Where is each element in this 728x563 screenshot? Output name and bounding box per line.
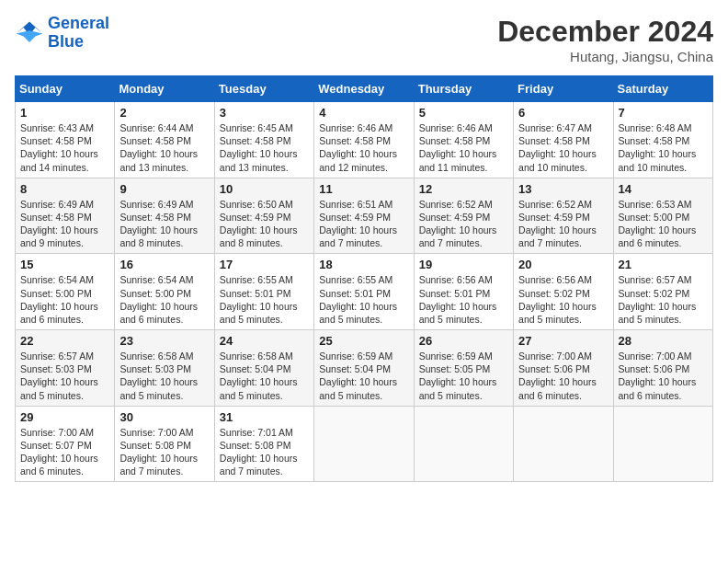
calendar-cell: 16Sunrise: 6:54 AM Sunset: 5:00 PM Dayli… <box>115 254 214 330</box>
day-number: 14 <box>619 182 708 196</box>
day-info: Sunrise: 6:49 AM Sunset: 4:58 PM Dayligh… <box>20 198 109 250</box>
weekday-header-thursday: Thursday <box>414 76 513 102</box>
day-number: 20 <box>518 258 608 271</box>
calendar-cell: 17Sunrise: 6:55 AM Sunset: 5:01 PM Dayli… <box>214 254 313 330</box>
day-info: Sunrise: 6:44 AM Sunset: 4:58 PM Dayligh… <box>119 121 209 174</box>
weekday-header-monday: Monday <box>115 76 214 102</box>
calendar-table: SundayMondayTuesdayWednesdayThursdayFrid… <box>15 75 713 482</box>
day-number: 23 <box>119 334 209 348</box>
day-info: Sunrise: 6:48 AM Sunset: 4:58 PM Dayligh… <box>619 121 708 174</box>
day-number: 19 <box>419 258 508 271</box>
calendar-cell: 2Sunrise: 6:44 AM Sunset: 4:58 PM Daylig… <box>115 102 214 178</box>
calendar-week-4: 22Sunrise: 6:57 AM Sunset: 5:03 PM Dayli… <box>16 330 713 407</box>
calendar-cell: 28Sunrise: 7:00 AM Sunset: 5:06 PM Dayli… <box>613 330 712 407</box>
day-info: Sunrise: 6:50 AM Sunset: 4:59 PM Dayligh… <box>220 198 309 250</box>
month-year: December 2024 <box>497 15 713 49</box>
calendar-cell: 4Sunrise: 6:46 AM Sunset: 4:58 PM Daylig… <box>314 102 414 178</box>
calendar-cell <box>613 406 712 482</box>
calendar-cell: 20Sunrise: 6:56 AM Sunset: 5:02 PM Dayli… <box>514 254 613 330</box>
calendar-cell: 31Sunrise: 7:01 AM Sunset: 5:08 PM Dayli… <box>214 406 313 482</box>
day-number: 15 <box>20 258 109 271</box>
calendar-cell: 3Sunrise: 6:45 AM Sunset: 4:58 PM Daylig… <box>214 102 313 178</box>
day-number: 29 <box>20 410 109 424</box>
day-number: 21 <box>619 258 708 271</box>
day-number: 27 <box>518 334 608 348</box>
calendar-cell: 18Sunrise: 6:55 AM Sunset: 5:01 PM Dayli… <box>314 254 414 330</box>
day-number: 5 <box>419 106 508 120</box>
calendar-cell: 30Sunrise: 7:00 AM Sunset: 5:08 PM Dayli… <box>115 406 214 482</box>
calendar-cell: 23Sunrise: 6:58 AM Sunset: 5:03 PM Dayli… <box>115 330 214 407</box>
calendar-cell: 15Sunrise: 6:54 AM Sunset: 5:00 PM Dayli… <box>16 254 115 330</box>
day-number: 6 <box>518 106 608 120</box>
weekday-header-row: SundayMondayTuesdayWednesdayThursdayFrid… <box>16 76 713 102</box>
day-number: 10 <box>220 182 309 196</box>
day-number: 11 <box>319 182 408 196</box>
day-number: 3 <box>220 106 309 120</box>
day-info: Sunrise: 7:01 AM Sunset: 5:08 PM Dayligh… <box>220 426 309 478</box>
title-block: December 2024 Hutang, Jiangsu, China <box>497 15 713 64</box>
calendar-week-5: 29Sunrise: 7:00 AM Sunset: 5:07 PM Dayli… <box>16 406 713 482</box>
day-info: Sunrise: 6:53 AM Sunset: 5:00 PM Dayligh… <box>619 198 708 250</box>
calendar-cell: 5Sunrise: 6:46 AM Sunset: 4:58 PM Daylig… <box>414 102 513 178</box>
day-number: 17 <box>220 258 309 271</box>
day-info: Sunrise: 6:59 AM Sunset: 5:05 PM Dayligh… <box>419 350 508 402</box>
day-info: Sunrise: 6:58 AM Sunset: 5:03 PM Dayligh… <box>119 350 209 402</box>
day-number: 18 <box>319 258 408 271</box>
day-info: Sunrise: 7:00 AM Sunset: 5:08 PM Dayligh… <box>119 426 209 478</box>
day-number: 1 <box>20 106 109 120</box>
calendar-cell <box>514 406 613 482</box>
day-info: Sunrise: 7:00 AM Sunset: 5:06 PM Dayligh… <box>518 350 608 402</box>
day-info: Sunrise: 6:55 AM Sunset: 5:01 PM Dayligh… <box>220 273 309 326</box>
day-number: 4 <box>319 106 408 120</box>
calendar-week-3: 15Sunrise: 6:54 AM Sunset: 5:00 PM Dayli… <box>16 254 713 330</box>
calendar-week-2: 8Sunrise: 6:49 AM Sunset: 4:58 PM Daylig… <box>16 178 713 254</box>
day-info: Sunrise: 6:58 AM Sunset: 5:04 PM Dayligh… <box>220 350 309 402</box>
day-info: Sunrise: 6:54 AM Sunset: 5:00 PM Dayligh… <box>119 273 209 326</box>
day-info: Sunrise: 6:51 AM Sunset: 4:59 PM Dayligh… <box>319 198 408 250</box>
weekday-header-wednesday: Wednesday <box>314 76 414 102</box>
calendar-cell: 9Sunrise: 6:49 AM Sunset: 4:58 PM Daylig… <box>115 178 214 254</box>
day-number: 26 <box>419 334 508 348</box>
calendar-cell: 26Sunrise: 6:59 AM Sunset: 5:05 PM Dayli… <box>414 330 513 407</box>
day-info: Sunrise: 6:49 AM Sunset: 4:58 PM Dayligh… <box>119 198 209 250</box>
day-number: 13 <box>518 182 608 196</box>
day-number: 9 <box>119 182 209 196</box>
calendar-cell: 14Sunrise: 6:53 AM Sunset: 5:00 PM Dayli… <box>613 178 712 254</box>
calendar-week-1: 1Sunrise: 6:43 AM Sunset: 4:58 PM Daylig… <box>16 102 713 178</box>
day-number: 7 <box>619 106 708 120</box>
calendar-cell: 29Sunrise: 7:00 AM Sunset: 5:07 PM Dayli… <box>16 406 115 482</box>
day-info: Sunrise: 7:00 AM Sunset: 5:06 PM Dayligh… <box>619 350 708 402</box>
day-info: Sunrise: 6:45 AM Sunset: 4:58 PM Dayligh… <box>220 121 309 174</box>
svg-marker-1 <box>17 30 43 42</box>
logo: General Blue <box>15 15 109 52</box>
day-info: Sunrise: 6:57 AM Sunset: 5:03 PM Dayligh… <box>20 350 109 402</box>
day-info: Sunrise: 6:52 AM Sunset: 4:59 PM Dayligh… <box>518 198 608 250</box>
calendar-cell: 27Sunrise: 7:00 AM Sunset: 5:06 PM Dayli… <box>514 330 613 407</box>
day-info: Sunrise: 6:55 AM Sunset: 5:01 PM Dayligh… <box>319 273 408 326</box>
calendar-cell: 12Sunrise: 6:52 AM Sunset: 4:59 PM Dayli… <box>414 178 513 254</box>
day-number: 22 <box>20 334 109 348</box>
calendar-body: 1Sunrise: 6:43 AM Sunset: 4:58 PM Daylig… <box>16 102 713 482</box>
page-header: General Blue December 2024 Hutang, Jiang… <box>15 15 713 64</box>
calendar-cell: 13Sunrise: 6:52 AM Sunset: 4:59 PM Dayli… <box>514 178 613 254</box>
day-number: 28 <box>619 334 708 348</box>
day-info: Sunrise: 6:59 AM Sunset: 5:04 PM Dayligh… <box>319 350 408 402</box>
day-info: Sunrise: 6:46 AM Sunset: 4:58 PM Dayligh… <box>419 121 508 174</box>
day-info: Sunrise: 6:56 AM Sunset: 5:01 PM Dayligh… <box>419 273 508 326</box>
logo-bird-icon <box>15 20 44 46</box>
calendar-cell: 21Sunrise: 6:57 AM Sunset: 5:02 PM Dayli… <box>613 254 712 330</box>
day-number: 12 <box>419 182 508 196</box>
day-number: 25 <box>319 334 408 348</box>
calendar-cell: 19Sunrise: 6:56 AM Sunset: 5:01 PM Dayli… <box>414 254 513 330</box>
day-info: Sunrise: 6:52 AM Sunset: 4:59 PM Dayligh… <box>419 198 508 250</box>
day-info: Sunrise: 6:47 AM Sunset: 4:58 PM Dayligh… <box>518 121 608 174</box>
day-number: 30 <box>119 410 209 424</box>
day-number: 2 <box>119 106 209 120</box>
day-number: 31 <box>220 410 309 424</box>
calendar-cell: 25Sunrise: 6:59 AM Sunset: 5:04 PM Dayli… <box>314 330 414 407</box>
day-info: Sunrise: 6:54 AM Sunset: 5:00 PM Dayligh… <box>20 273 109 326</box>
day-number: 16 <box>119 258 209 271</box>
logo-text: General Blue <box>48 15 109 52</box>
calendar-cell: 7Sunrise: 6:48 AM Sunset: 4:58 PM Daylig… <box>613 102 712 178</box>
calendar-cell: 8Sunrise: 6:49 AM Sunset: 4:58 PM Daylig… <box>16 178 115 254</box>
